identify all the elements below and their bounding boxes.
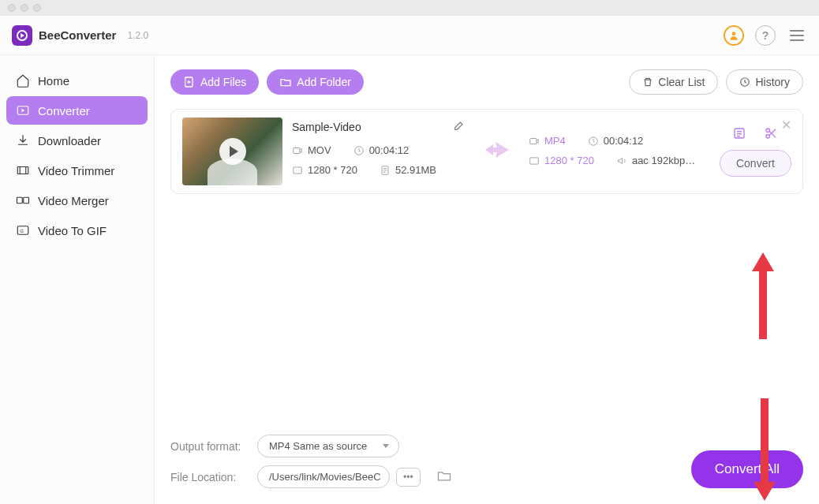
sidebar-label: Video To GIF: [38, 224, 107, 237]
clock-icon: [588, 136, 599, 147]
resolution-icon: [292, 165, 303, 176]
source-duration: 00:04:12: [353, 144, 410, 156]
gif-icon: G: [16, 223, 30, 237]
play-icon[interactable]: [219, 138, 246, 165]
video-icon: [529, 136, 540, 147]
maximize-traffic-light[interactable]: [33, 4, 41, 12]
sidebar-label: Video Merger: [38, 194, 109, 207]
app-version: 1.2.0: [127, 30, 148, 41]
file-card: ✕ Sample-Video MOV: [170, 109, 803, 194]
close-traffic-light[interactable]: [8, 4, 16, 12]
history-button[interactable]: History: [726, 69, 803, 95]
svg-rect-3: [17, 197, 23, 203]
sidebar-item-merger[interactable]: Video Merger: [6, 186, 148, 215]
clock-icon: [353, 145, 365, 156]
window-titlebar: [0, 0, 819, 16]
sidebar-label: Downloader: [38, 134, 101, 147]
svg-point-0: [732, 32, 736, 35]
toolbar: Add Files Add Folder Clear List History: [155, 55, 819, 109]
sidebar: Home Converter Downloader Video Trimmer …: [0, 55, 155, 504]
clear-list-button[interactable]: Clear List: [629, 69, 718, 95]
converter-icon: [16, 103, 30, 118]
home-icon: [16, 73, 30, 88]
sidebar-item-home[interactable]: Home: [6, 66, 148, 95]
target-format[interactable]: MP4: [529, 135, 566, 147]
svg-rect-12: [530, 138, 537, 144]
file-plus-icon: [183, 76, 196, 88]
app-header: BeeConverter 1.2.0 ?: [0, 16, 819, 55]
svg-rect-8: [294, 147, 300, 153]
convert-all-button[interactable]: Convert All: [691, 450, 803, 488]
settings-preset-icon[interactable]: [732, 126, 746, 140]
svg-text:G: G: [20, 229, 24, 233]
app-name: BeeConverter: [39, 28, 116, 42]
browse-location-button[interactable]: •••: [396, 468, 421, 487]
sidebar-label: Video Trimmer: [38, 164, 114, 177]
convert-button[interactable]: Convert: [720, 150, 791, 177]
video-icon: [292, 145, 303, 156]
hamburger-menu-icon[interactable]: [787, 25, 807, 46]
sidebar-item-converter[interactable]: Converter: [6, 96, 148, 125]
file-location-label: File Location:: [170, 471, 246, 483]
bottom-bar: Output format: MP4 Same as source File L…: [155, 424, 819, 504]
sidebar-item-gif[interactable]: G Video To GIF: [6, 216, 148, 245]
history-icon: [739, 77, 750, 88]
trim-scissors-icon[interactable]: [764, 126, 778, 140]
app-logo-icon: [12, 25, 32, 46]
help-icon[interactable]: ?: [755, 25, 776, 46]
sidebar-item-trimmer[interactable]: Video Trimmer: [6, 156, 148, 185]
svg-rect-10: [294, 166, 302, 173]
arrow-separator-icon: [485, 142, 509, 161]
remove-file-icon[interactable]: ✕: [781, 118, 791, 133]
video-thumbnail[interactable]: [182, 118, 282, 185]
profile-icon[interactable]: [724, 25, 744, 46]
source-format: MOV: [292, 144, 331, 156]
output-format-label: Output format:: [170, 440, 246, 453]
target-audio[interactable]: aac 192kbp…: [616, 155, 695, 166]
source-size: 52.91MB: [380, 164, 436, 176]
add-folder-button[interactable]: Add Folder: [267, 69, 363, 95]
sidebar-label: Converter: [38, 104, 90, 118]
sidebar-label: Home: [38, 74, 69, 88]
resolution-icon: [529, 155, 540, 166]
svg-rect-4: [24, 197, 29, 203]
merger-icon: [16, 193, 30, 207]
sidebar-item-downloader[interactable]: Downloader: [6, 126, 148, 155]
target-resolution[interactable]: 1280 * 720: [529, 155, 594, 166]
minimize-traffic-light[interactable]: [21, 4, 28, 12]
svg-rect-14: [530, 157, 539, 163]
svg-rect-2: [17, 167, 28, 174]
add-files-button[interactable]: Add Files: [170, 69, 259, 95]
annotation-arrow-1: [752, 252, 774, 342]
output-format-select[interactable]: MP4 Same as source: [257, 435, 399, 457]
main-content: Add Files Add Folder Clear List History …: [155, 55, 819, 504]
edit-name-icon[interactable]: [453, 119, 466, 135]
audio-icon: [616, 155, 627, 166]
file-location-path[interactable]: /Users/link/Movies/BeeC: [257, 465, 390, 488]
download-icon: [16, 133, 30, 147]
trimmer-icon: [16, 163, 30, 177]
source-resolution: 1280 * 720: [292, 164, 357, 176]
folder-plus-icon: [279, 76, 292, 88]
target-duration: 00:04:12: [588, 135, 644, 147]
file-icon: [380, 165, 391, 176]
open-folder-icon[interactable]: [436, 468, 452, 486]
trash-icon: [642, 77, 653, 88]
annotation-arrow-2: [754, 398, 776, 504]
file-name: Sample-Video: [292, 121, 361, 133]
